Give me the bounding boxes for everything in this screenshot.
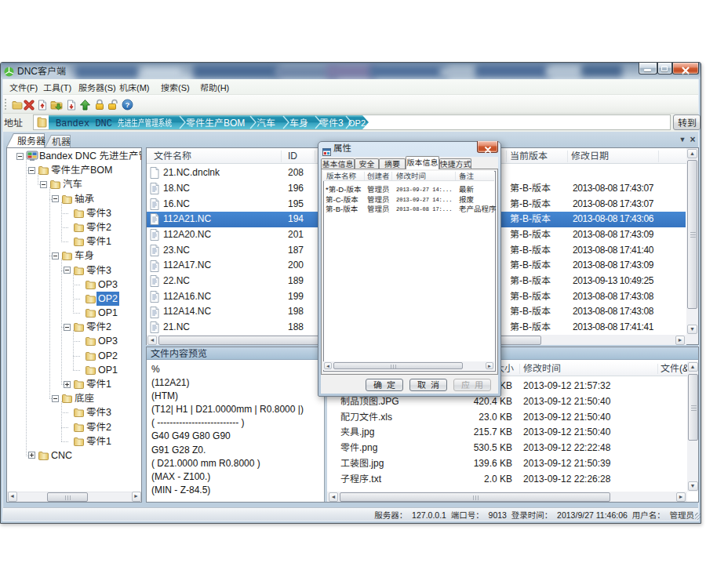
svg-text:?: ? <box>126 100 130 109</box>
